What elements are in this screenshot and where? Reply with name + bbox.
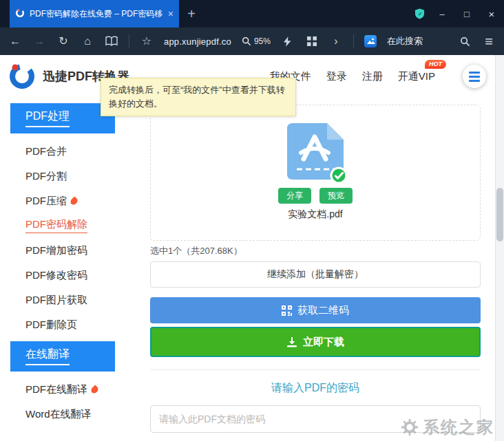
refresh-icon[interactable]: ↻: [56, 36, 70, 47]
share-button[interactable]: 分享: [278, 188, 311, 204]
page-scrollbar[interactable]: [495, 55, 504, 441]
forward-icon[interactable]: →: [32, 36, 46, 47]
search-icon[interactable]: [458, 36, 472, 47]
info-tooltip: 完成转换后，可至“我的文件”中查看并下载转换好的文档。: [101, 78, 296, 116]
lightning-icon[interactable]: [281, 36, 295, 47]
qr-button-label: 获取二维码: [297, 304, 349, 317]
tab-close-icon[interactable]: ×: [168, 9, 174, 19]
file-dropzone: 分享 预览 实验文档.pdf: [150, 105, 481, 241]
zoom-magnifier-icon: [242, 36, 251, 46]
add-more-button[interactable]: 继续添加（批量解密）: [150, 261, 481, 288]
sidebar-item-pdf-delete-pages[interactable]: PDF删除页: [10, 312, 115, 337]
get-qr-code-button[interactable]: 获取二维码: [150, 297, 481, 323]
minimize-button[interactable]: –: [430, 9, 454, 19]
file-actions: 分享 预览: [278, 188, 353, 204]
zoom-level: 95%: [254, 36, 271, 46]
sidebar-list: PDF在线翻译 Word在线翻译: [10, 372, 115, 427]
expand-chevron-icon[interactable]: ›: [329, 36, 343, 47]
reader-mode-icon[interactable]: [105, 36, 118, 47]
navbar-divider: [129, 34, 129, 48]
hot-badge: HOT: [425, 60, 446, 69]
watermark-text: 系统之家: [423, 416, 494, 438]
browser-shield-icon[interactable]: [409, 8, 430, 19]
bookmark-star-icon[interactable]: ☆: [140, 36, 154, 47]
site-menu-button[interactable]: [463, 65, 486, 88]
sidebar-item-pdf-translate[interactable]: PDF在线翻译: [10, 377, 115, 402]
web-page: 迅捷PDF转换器 我的文件 登录 注册 开通VIP HOT 完成转换后，可至“我…: [0, 55, 504, 441]
fire-icon: [69, 196, 78, 206]
zoom-control[interactable]: 95%: [242, 36, 271, 46]
header-link-login[interactable]: 登录: [326, 70, 347, 83]
sidebar-section-pdf-processing: PDF处理: [10, 103, 115, 133]
header-link-register[interactable]: 注册: [362, 70, 383, 83]
gear-icon: [401, 418, 419, 436]
vip-label: 开通VIP: [398, 70, 435, 82]
sidebar-list: PDF合并 PDF分割 PDF压缩 PDF密码解除 PDF增加密码 PDF修改密…: [10, 133, 115, 337]
selection-info: 选中1个（共207.68K）: [150, 245, 481, 257]
sidebar-item-pdf-split[interactable]: PDF分割: [10, 164, 115, 189]
sidebar-section-online-translate: 在线翻译: [10, 341, 115, 372]
window-controls: – □ ×: [409, 0, 504, 28]
sidebar-item-word-translate[interactable]: Word在线翻译: [10, 402, 115, 427]
header-link-vip[interactable]: 开通VIP HOT: [398, 70, 435, 83]
scrollbar-thumb[interactable]: [496, 188, 503, 241]
search-here-label[interactable]: 在此搜索: [387, 35, 423, 47]
browser-window: PDF密码解除在线免费 – PDF密码移 × + – □ × ← → ↻ ⌂: [0, 0, 504, 441]
download-icon: [286, 337, 297, 347]
site-logo: [7, 61, 37, 92]
main-content: 分享 预览 实验文档.pdf 选中1个（共207.68K） 继续添加（批量解密）…: [150, 105, 481, 433]
file-name: 实验文档.pdf: [288, 208, 342, 221]
sidebar-item-pdf-compress[interactable]: PDF压缩: [10, 189, 115, 213]
sidebar: PDF处理 PDF合并 PDF分割 PDF压缩 PDF密码解除 PDF增加密码 …: [10, 103, 115, 427]
sidebar-item-pdf-password-remove[interactable]: PDF密码解除: [10, 213, 115, 238]
preview-button[interactable]: 预览: [319, 188, 353, 204]
download-button-label: 立即下载: [303, 336, 344, 349]
qr-code-icon: [282, 305, 292, 316]
sidebar-item-pdf-change-password[interactable]: PDF修改密码: [10, 263, 115, 288]
address-url[interactable]: app.xunjiepdf.co: [164, 36, 231, 47]
tab-title: PDF密码解除在线免费 – PDF密码移: [30, 8, 163, 20]
browser-titlebar: PDF密码解除在线免费 – PDF密码移 × + – □ ×: [0, 0, 504, 28]
maximize-button[interactable]: □: [454, 9, 479, 19]
sidebar-item-pdf-merge[interactable]: PDF合并: [10, 139, 115, 164]
pdf-file-icon: [284, 120, 346, 182]
fire-icon: [90, 385, 99, 394]
watermark: 系统之家: [401, 416, 494, 438]
quick-app-icon[interactable]: [364, 35, 377, 47]
section-header-label: PDF处理: [25, 109, 70, 127]
browser-menu-icon[interactable]: ≡: [482, 34, 496, 48]
browser-tab[interactable]: PDF密码解除在线免费 – PDF密码移 ×: [10, 0, 179, 28]
home-icon[interactable]: ⌂: [81, 36, 94, 47]
new-tab-button[interactable]: +: [179, 0, 204, 28]
qr-grid-icon[interactable]: [305, 36, 319, 46]
sidebar-item-pdf-extract-images[interactable]: PDF图片获取: [10, 288, 115, 312]
sidebar-item-pdf-add-password[interactable]: PDF增加密码: [10, 238, 115, 263]
navbar-divider: [353, 34, 354, 48]
section-header-label: 在线翻译: [25, 347, 70, 365]
header-links: 我的文件 登录 注册 开通VIP HOT: [270, 65, 486, 88]
password-heading: 请输入PDF的密码: [150, 381, 481, 396]
browser-navbar: ← → ↻ ⌂ ☆ app.xunjiepdf.co 95%: [0, 28, 504, 55]
back-icon[interactable]: ←: [8, 36, 22, 47]
close-button[interactable]: ×: [479, 8, 504, 20]
tab-favicon-icon: [15, 8, 25, 20]
download-now-button[interactable]: 立即下载: [150, 327, 481, 357]
